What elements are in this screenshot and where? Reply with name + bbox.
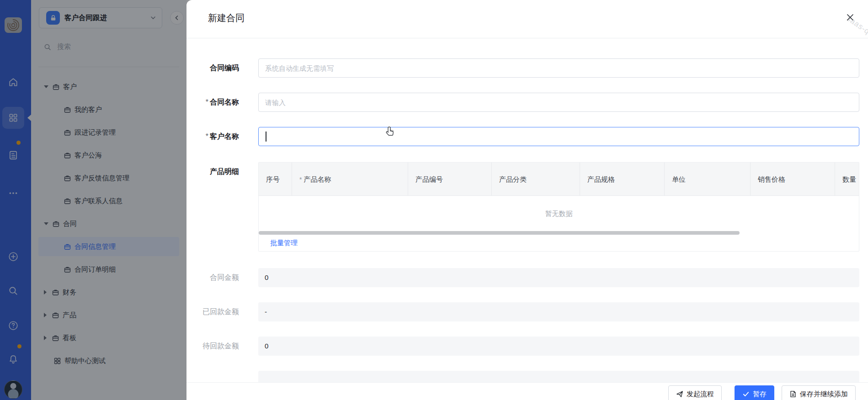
form-row-contract-code: 合同编码 [196, 58, 859, 78]
batch-manage-link[interactable]: 批量管理 [270, 239, 298, 247]
save-draft-label: 暂存 [753, 390, 767, 399]
pending-amount-label: 待回款金额 [196, 337, 239, 356]
customer-name-input[interactable] [258, 127, 859, 146]
drawer-header: 新建合同 [186, 0, 868, 38]
received-amount-value: - [258, 302, 859, 321]
new-contract-drawer: saas-qa 新建合同 合同编码 *合同名称 *客户名称 产品明细 [186, 0, 868, 400]
col-unit: 单位 [665, 163, 751, 195]
check-icon [742, 390, 750, 398]
contract-code-label: 合同编码 [196, 58, 239, 78]
batch-manage-row: 批量管理 [259, 235, 859, 251]
product-table: 序号 *产品名称 产品编号 产品分类 产品规格 单位 销售价格 数量 暂无数据 … [258, 162, 859, 252]
form-row-customer-name: *客户名称 [196, 127, 859, 146]
text-caret [266, 132, 266, 142]
drawer-footer: 发起流程 暂存 保存并继续添加 [186, 382, 868, 400]
save-draft-button[interactable]: 暂存 [735, 385, 774, 400]
save-and-continue-label: 保存并继续添加 [800, 390, 848, 399]
file-icon [789, 390, 797, 398]
contract-amount-value: 0 [258, 268, 859, 287]
product-detail-label: 产品明细 [196, 162, 239, 181]
customer-name-label: *客户名称 [196, 127, 239, 146]
col-seq: 序号 [259, 163, 292, 195]
save-and-continue-button[interactable]: 保存并继续添加 [782, 385, 856, 400]
contract-name-label: *合同名称 [196, 93, 239, 112]
col-product-category: 产品分类 [492, 163, 580, 195]
required-marker: * [206, 98, 208, 106]
app-screen: 客户合同跟进 搜索 客户 我的客户 [0, 0, 868, 400]
empty-state-text: 暂无数据 [259, 196, 859, 231]
start-flow-button[interactable]: 发起流程 [668, 385, 722, 400]
contract-name-input[interactable] [258, 93, 859, 112]
col-product-spec: 产品规格 [580, 163, 665, 195]
required-marker: * [206, 132, 208, 140]
form-row-pending-amount: 待回款金额 0 [196, 337, 859, 356]
col-sale-price: 销售价格 [751, 163, 835, 195]
start-flow-label: 发起流程 [687, 390, 714, 399]
send-icon [676, 390, 683, 398]
contract-amount-label: 合同金额 [196, 268, 239, 287]
product-table-header: 序号 *产品名称 产品编号 产品分类 产品规格 单位 销售价格 数量 [259, 163, 859, 196]
next-field-partial [258, 371, 859, 382]
scrollbar-thumb[interactable] [259, 231, 740, 235]
contract-code-input[interactable] [258, 58, 859, 78]
pending-amount-value: 0 [258, 337, 859, 356]
form-row-contract-amount: 合同金额 0 [196, 268, 859, 287]
drawer-title: 新建合同 [208, 12, 245, 24]
form-row-received-amount: 已回款金额 - [196, 302, 859, 321]
col-product-name: *产品名称 [292, 163, 408, 195]
form-row-contract-name: *合同名称 [196, 93, 859, 112]
required-marker: * [299, 176, 302, 183]
col-product-code: 产品编号 [408, 163, 492, 195]
received-amount-label: 已回款金额 [196, 302, 239, 321]
horizontal-scrollbar[interactable] [259, 231, 859, 235]
col-quantity: 数量 [835, 163, 859, 195]
close-icon[interactable] [846, 13, 855, 22]
